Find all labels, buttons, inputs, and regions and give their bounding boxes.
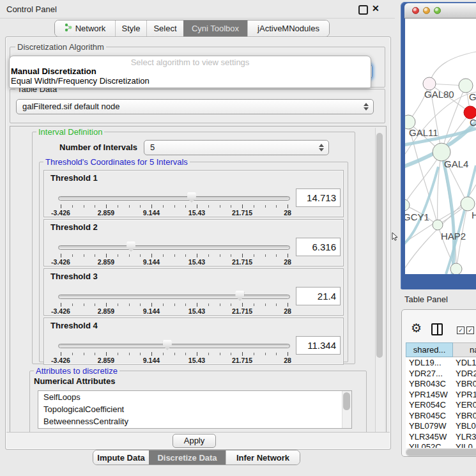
table-row[interactable]: YBR043CYBR0 bbox=[406, 379, 476, 390]
attribute-list-item[interactable]: SelfLoops bbox=[38, 391, 351, 403]
threshold-list: Threshold 1-3.4262.8599.14415.4321.71528… bbox=[40, 170, 348, 367]
number-of-intervals-label: Number of Intervals bbox=[59, 142, 137, 152]
attribute-list-item[interactable]: TopologicalCoefficient bbox=[38, 403, 351, 415]
gear-icon[interactable] bbox=[411, 322, 422, 334]
table-row[interactable]: YER054CYER0 bbox=[406, 400, 476, 411]
tab-impute-data[interactable]: Impute Data bbox=[93, 450, 149, 464]
dropdown-option-equal-width[interactable]: Equal Width/Frequency Discretization bbox=[11, 76, 150, 86]
checkbox-icon[interactable] bbox=[457, 326, 464, 334]
cell-name: YER0 bbox=[453, 400, 476, 411]
tab-cyni-toolbox[interactable]: Cyni Toolbox bbox=[183, 20, 247, 36]
scale-label: 15.43 bbox=[188, 209, 205, 217]
minimize-traffic-light-icon[interactable] bbox=[423, 7, 430, 14]
float-window-icon[interactable] bbox=[358, 5, 368, 15]
number-of-intervals-select[interactable]: 5 bbox=[144, 140, 329, 155]
network-nodes: GAL80GACGAL11GAL4GCY1HHAP2 bbox=[405, 77, 476, 274]
group-title: Discretization Algorithm bbox=[15, 42, 106, 52]
threshold-panel-3: Threshold 3-3.4262.8599.14415.4321.71528… bbox=[43, 268, 344, 316]
tab-style[interactable]: Style bbox=[115, 20, 146, 36]
threshold-value-field[interactable]: 11.344 bbox=[296, 336, 341, 355]
threshold-label: Threshold 4 bbox=[50, 321, 98, 330]
numerical-attributes-list[interactable]: SelfLoopsTopologicalCoefficientBetweenne… bbox=[38, 390, 352, 429]
scrollbar-thumb[interactable] bbox=[343, 392, 350, 410]
network-node-label: GCY1 bbox=[405, 211, 429, 222]
close-icon[interactable]: ✕ bbox=[372, 3, 380, 13]
scale-label: 28 bbox=[284, 258, 291, 266]
table-header: shared... na bbox=[406, 342, 476, 357]
thresholds-group: Threshold's Coordinates for 5 Intervals … bbox=[39, 162, 348, 362]
cell-shared-name: YBR045C bbox=[406, 411, 453, 422]
table-row[interactable]: YDR27...YDR2 bbox=[406, 369, 476, 380]
tab-network[interactable]: Network bbox=[55, 20, 115, 36]
cell-shared-name: YBL079W bbox=[406, 421, 453, 432]
scale-label: 9.144 bbox=[143, 209, 160, 217]
table-row[interactable]: YBL079WYBL0 bbox=[406, 421, 476, 432]
network-node-gal80[interactable] bbox=[423, 77, 436, 90]
interval-definition-group: Interval Definition Number of Intervals … bbox=[32, 132, 355, 364]
number-of-intervals-value: 5 bbox=[150, 142, 155, 152]
table-row[interactable]: YPR145WYPR1 bbox=[406, 390, 476, 401]
zoom-traffic-light-icon[interactable] bbox=[434, 7, 441, 14]
column-header-shared-name[interactable]: shared... bbox=[406, 342, 453, 357]
table-panel: shared... na YDL19...YDL1YDR27...YDR2YBR… bbox=[401, 309, 476, 457]
scale-label: 21.715 bbox=[232, 307, 252, 315]
cell-name: YLR3 bbox=[453, 432, 476, 443]
table-row[interactable]: YLR345WYLR3 bbox=[406, 432, 476, 443]
network-node-label: C bbox=[470, 117, 476, 128]
table-data-select[interactable]: galFiltered.sif default node bbox=[16, 99, 374, 114]
threshold-slider[interactable]: -3.4262.8599.14415.4321.71528 bbox=[61, 289, 288, 315]
threshold-slider[interactable]: -3.4262.8599.14415.4321.71528 bbox=[61, 191, 288, 217]
apply-button[interactable]: Apply bbox=[173, 434, 216, 448]
network-window-titlebar[interactable] bbox=[404, 3, 476, 19]
network-node-label: H bbox=[472, 210, 476, 220]
network-node-ga[interactable] bbox=[459, 79, 473, 93]
scale-label: 2.859 bbox=[98, 357, 114, 364]
scale-label: 28 bbox=[284, 307, 291, 315]
slider-scale-labels: -3.4262.8599.14415.4321.71528 bbox=[61, 191, 288, 217]
tab-discretize-data[interactable]: Discretize Data bbox=[149, 450, 226, 464]
threshold-value-field[interactable]: 6.316 bbox=[296, 238, 341, 256]
scale-label: 28 bbox=[284, 209, 291, 217]
control-panel-titlebar: Control Panel ✕ bbox=[0, 0, 395, 19]
scrollbar-thumb[interactable] bbox=[406, 449, 476, 456]
cell-name: YBR0 bbox=[453, 411, 476, 422]
threshold-slider[interactable]: -3.4262.8599.14415.4321.71528 bbox=[61, 339, 288, 364]
attributes-group: Attributes to discretize Numerical Attri… bbox=[29, 371, 367, 434]
tab-jactivemnodules[interactable]: jActiveMNodules bbox=[247, 20, 329, 36]
control-panel: Control Panel ✕ Network Style Select Cyn… bbox=[0, 0, 395, 476]
threshold-value-field[interactable]: 14.713 bbox=[296, 188, 341, 207]
close-traffic-light-icon[interactable] bbox=[412, 7, 419, 14]
network-node[interactable] bbox=[450, 263, 462, 274]
threshold-value-field[interactable]: 21.4 bbox=[296, 287, 341, 305]
dropdown-option-manual[interactable]: Manual Discretization bbox=[11, 66, 96, 76]
network-node-h[interactable] bbox=[461, 197, 475, 211]
group-title: Interval Definition bbox=[36, 127, 104, 137]
table-row[interactable]: YBR045CYBR0 bbox=[406, 411, 476, 422]
tab-select[interactable]: Select bbox=[146, 20, 183, 36]
cell-name: YBR0 bbox=[453, 379, 476, 390]
scale-label: -3.426 bbox=[51, 209, 70, 217]
scale-label: 2.859 bbox=[98, 258, 114, 266]
cell-shared-name: YIL052C bbox=[406, 442, 453, 448]
attribute-list-item[interactable]: BetweennessCentrality bbox=[38, 415, 351, 427]
column-header-name[interactable]: na bbox=[453, 342, 476, 357]
cell-shared-name: YER054C bbox=[406, 400, 453, 411]
tab-infer-network[interactable]: Infer Network bbox=[226, 450, 300, 464]
checkbox-icon[interactable] bbox=[466, 326, 474, 334]
scrollbar-thumb[interactable] bbox=[376, 133, 383, 358]
columns-icon[interactable] bbox=[431, 323, 443, 335]
horizontal-scrollbar[interactable] bbox=[406, 449, 476, 456]
network-node-gcy1[interactable] bbox=[405, 199, 410, 211]
threshold-panel-1: Threshold 1-3.4262.8599.14415.4321.71528… bbox=[43, 170, 344, 217]
network-node-hap2[interactable] bbox=[433, 220, 443, 230]
scale-label: 9.144 bbox=[143, 357, 160, 364]
table-row[interactable]: YIL052CYIL0 bbox=[406, 442, 476, 448]
list-scrollbar[interactable] bbox=[342, 391, 351, 428]
table-row[interactable]: YDL19...YDL1 bbox=[406, 358, 476, 369]
dropdown-hint: Select algorithm to view settings bbox=[10, 58, 371, 67]
vertical-scrollbar[interactable] bbox=[375, 128, 384, 432]
threshold-label: Threshold 1 bbox=[50, 173, 98, 183]
threshold-slider[interactable]: -3.4262.8599.14415.4321.71528 bbox=[61, 240, 288, 266]
tab-label: jActiveMNodules bbox=[257, 24, 319, 33]
network-canvas[interactable]: GAL80GACGAL11GAL4GCY1HHAP2 bbox=[405, 19, 476, 274]
